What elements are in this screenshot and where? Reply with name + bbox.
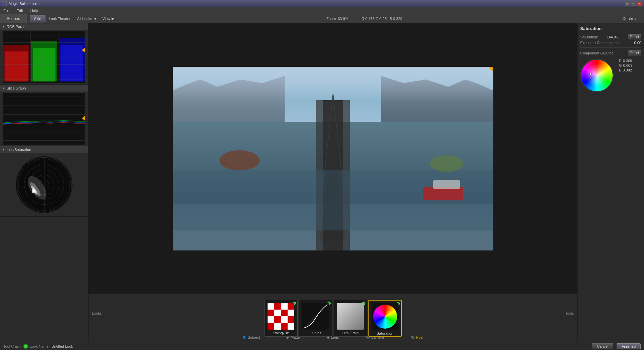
skin-button[interactable]: Skin	[30, 15, 45, 22]
rgb-parade-marker	[82, 47, 85, 53]
film-grain-label: Film Grain	[342, 331, 359, 335]
tool-chain-indicator: Tool Chain: Look Name: Untitled Look	[3, 344, 73, 348]
tools-label: Tools	[565, 311, 574, 315]
segment-post[interactable]: 🎬 Post	[411, 335, 424, 339]
power-led	[24, 344, 28, 348]
svg-rect-3	[33, 48, 55, 81]
slice-graph-title: Slice Graph	[7, 86, 26, 90]
segment-camera[interactable]: 📷 Camera	[365, 335, 384, 339]
all-looks-button[interactable]: All Looks ▼	[74, 17, 101, 21]
scopes-panel: ▼ RGB Parade	[0, 23, 89, 342]
minimize-button[interactable]: ─	[625, 1, 630, 6]
title-bar: Magic Bullet Looks ─ □ ✕	[0, 0, 644, 7]
play-icon: ▶	[112, 16, 114, 21]
film-grain-thumbnail	[337, 303, 364, 330]
color-wheel[interactable]	[580, 59, 614, 92]
b-channel-label: B	[619, 68, 621, 72]
segment-lens[interactable]: ◉ Lens	[327, 335, 339, 339]
wheel-and-values: R 0.309 G 0.609 B 0.082	[580, 57, 641, 94]
exposure-control-row: Exposure Compensation: 0.00	[580, 41, 641, 45]
swing-tilt-card[interactable]: Swing-Tilt	[264, 300, 298, 337]
exposure-value: 0.00	[634, 41, 641, 45]
preview-area: Looks Swing-Tilt	[89, 23, 577, 342]
slice-graph-svg	[3, 93, 85, 145]
huesat-collapse-icon: ▼	[2, 148, 5, 151]
saturation-control-value: 144.0%	[607, 35, 619, 39]
dropdown-arrow-icon: ▼	[94, 17, 97, 21]
maximize-button[interactable]: □	[631, 1, 636, 6]
color-wheel-thumb	[373, 305, 397, 329]
r-channel-value: 0.309	[623, 59, 632, 63]
swing-tilt-label: Swing-Tilt	[273, 331, 289, 335]
wheel-r-row: R 0.309	[619, 59, 632, 63]
look-name-value: Untitled Look	[51, 344, 73, 348]
svg-rect-1	[5, 51, 28, 81]
wheel-b-row: B 0.082	[619, 68, 632, 72]
g-channel-value: 0.609	[623, 63, 633, 67]
segment-lens-label: Lens	[331, 335, 339, 339]
cancel-button[interactable]: Cancel	[592, 343, 613, 349]
rgb-parade-section: ▼ RGB Parade	[0, 23, 88, 85]
look-theater-button[interactable]: Look Theater	[45, 17, 74, 21]
section-divider	[580, 47, 641, 48]
rgb-display: R 0.178 G 0.234 B 0.329	[355, 17, 409, 21]
segment-matte[interactable]: ▶ Matte	[287, 335, 300, 339]
saturation-control-label: Saturation:	[580, 35, 598, 39]
saturation-control-row: Saturation: 144.0% Reset	[580, 34, 641, 39]
menu-edit[interactable]: Edit	[15, 8, 25, 13]
saturation-reset-button[interactable]: Reset	[628, 34, 641, 39]
rgb-parade-svg	[3, 31, 85, 83]
rgb-parade-canvas	[3, 31, 85, 83]
exposure-label: Exposure Compensation:	[580, 41, 622, 45]
camera-icon: 📷	[365, 336, 369, 339]
tilt-shift-bottom	[173, 195, 493, 250]
toolbar: Scopes Skin Look Theater All Looks ▼ Vie…	[0, 14, 644, 23]
b-channel-value: 0.082	[623, 68, 632, 72]
main-content: ▼ RGB Parade	[0, 23, 644, 342]
controls-title: Saturation	[580, 26, 641, 31]
rgb-parade-title: RGB Parade	[7, 25, 27, 29]
look-name-label: Look Name:	[30, 344, 49, 348]
status-bar: Tool Chain: Look Name: Untitled Look Can…	[0, 342, 644, 350]
segment-camera-label: Camera	[371, 335, 384, 339]
film-grain-visual	[337, 303, 364, 330]
menu-bar: File Edit Help	[0, 7, 644, 14]
zoom-display: Zoom: 63.9%	[320, 17, 355, 21]
menu-file[interactable]: File	[1, 8, 11, 13]
huesat-title: Hue/Saturation	[7, 148, 31, 152]
wheel-g-row: G 0.609	[619, 63, 632, 67]
saturation-card[interactable]: Saturation	[368, 300, 402, 337]
rgb-parade-header[interactable]: ▼ RGB Parade	[0, 23, 88, 30]
view-label: View	[103, 17, 111, 21]
curves-card[interactable]: Curves	[299, 300, 332, 337]
huesat-svg	[17, 158, 72, 213]
finished-button[interactable]: Finished	[617, 343, 641, 349]
close-button[interactable]: ✕	[637, 1, 642, 6]
scopes-tab[interactable]: Scopes	[0, 14, 27, 23]
title-bar-text: Magic Bullet Looks	[9, 2, 625, 6]
film-grain-card[interactable]: Film Grain	[334, 300, 367, 337]
tool-chain-bar: Looks Swing-Tilt	[89, 294, 577, 342]
controls-panel-label: Controls	[616, 16, 644, 21]
matte-icon: ▶	[287, 336, 289, 339]
view-button[interactable]: View ▶	[101, 16, 117, 21]
checkerboard-pattern	[268, 303, 294, 330]
slice-graph-canvas	[3, 93, 85, 145]
g-channel-label: G	[619, 63, 622, 67]
slice-graph-marker	[82, 116, 85, 121]
post-icon: 🎬	[411, 336, 415, 339]
slice-graph-header[interactable]: ▼ Slice Graph	[0, 85, 88, 92]
component-balance-reset-button[interactable]: Reset	[628, 50, 641, 55]
saturation-visual	[372, 303, 398, 330]
segment-subject[interactable]: 👤 Subject	[242, 335, 260, 339]
app-icon	[2, 1, 7, 6]
component-balance-title: Component Balance	[580, 51, 614, 55]
huesat-header[interactable]: ▼ Hue/Saturation	[0, 146, 88, 153]
slice-graph-collapse-icon: ▼	[2, 87, 5, 90]
svg-point-14	[33, 190, 35, 192]
menu-help[interactable]: Help	[28, 8, 40, 13]
curves-visual	[302, 303, 329, 330]
color-wheel-indicator	[589, 73, 592, 75]
curves-thumbnail	[302, 303, 329, 330]
preview-placeholder	[173, 67, 493, 250]
